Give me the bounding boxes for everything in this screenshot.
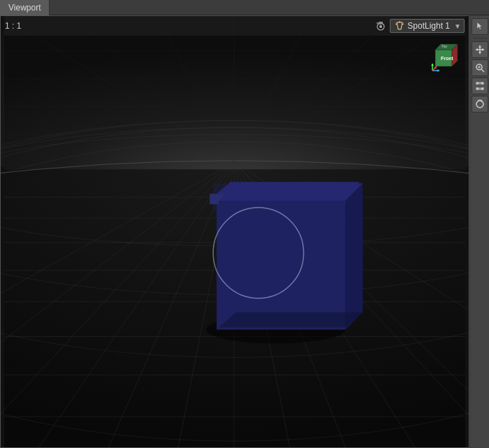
viewport-ratio: 1 : 1 xyxy=(5,21,21,31)
svg-marker-48 xyxy=(219,183,363,201)
svg-marker-45 xyxy=(345,182,359,329)
viewport[interactable]: 1 : 1 S xyxy=(0,15,469,448)
svg-marker-57 xyxy=(397,22,402,29)
svg-point-26 xyxy=(1,121,469,442)
camera-label: SpotLight 1 xyxy=(407,21,450,31)
svg-rect-55 xyxy=(379,22,383,24)
orient-cube-svg: Front Top xyxy=(427,37,466,76)
orientation-cube[interactable]: Front Top xyxy=(427,37,466,76)
svg-rect-93 xyxy=(481,89,483,90)
svg-rect-87 xyxy=(476,82,479,84)
zoom-tool-button[interactable] xyxy=(472,59,488,76)
svg-line-15 xyxy=(234,162,290,447)
svg-marker-76 xyxy=(476,48,478,51)
svg-line-12 xyxy=(109,162,234,447)
svg-line-79 xyxy=(481,69,484,72)
svg-marker-75 xyxy=(479,52,481,54)
svg-point-27 xyxy=(1,127,469,447)
svg-point-54 xyxy=(379,25,382,28)
frame-icon xyxy=(475,81,485,91)
orbit-tool-button[interactable] xyxy=(472,96,488,113)
zoom-icon xyxy=(475,63,485,73)
viewport-tab[interactable]: Viewport xyxy=(0,0,50,15)
svg-point-28 xyxy=(1,141,469,447)
svg-line-20 xyxy=(234,162,469,447)
svg-marker-50 xyxy=(219,312,363,328)
viewport-topbar: 1 : 1 S xyxy=(1,16,469,36)
camera-selector-area: SpotLight 1 ▼ xyxy=(374,19,465,33)
svg-marker-74 xyxy=(479,45,481,48)
viewport-wrapper: 1 : 1 S xyxy=(0,15,489,448)
svg-line-19 xyxy=(1,162,234,447)
svg-point-40 xyxy=(206,316,345,344)
dropdown-arrow-icon: ▼ xyxy=(454,22,461,30)
svg-line-59 xyxy=(395,24,397,24)
tab-bar: Viewport xyxy=(0,0,489,15)
svg-text:Front: Front xyxy=(441,56,454,61)
cursor-tool-button[interactable] xyxy=(472,18,488,35)
svg-rect-1 xyxy=(4,169,465,447)
orbit-icon xyxy=(475,99,485,109)
svg-marker-44 xyxy=(217,194,345,204)
svg-marker-77 xyxy=(482,48,484,51)
svg-line-22 xyxy=(234,162,469,447)
svg-rect-43 xyxy=(217,204,345,329)
svg-marker-69 xyxy=(437,69,439,72)
move-tool-button[interactable] xyxy=(472,41,488,58)
svg-line-21 xyxy=(1,162,234,447)
svg-text:Top: Top xyxy=(441,44,447,48)
svg-marker-70 xyxy=(431,64,434,66)
toolbar-divider-1 xyxy=(473,38,487,38)
camera-dropdown[interactable]: SpotLight 1 ▼ xyxy=(390,19,465,33)
svg-line-10 xyxy=(1,162,234,447)
svg-marker-41 xyxy=(213,183,345,211)
move-icon xyxy=(475,45,485,55)
svg-marker-42 xyxy=(210,194,349,204)
svg-line-17 xyxy=(234,162,415,447)
svg-marker-49 xyxy=(345,183,363,327)
svg-line-60 xyxy=(402,24,404,24)
svg-line-18 xyxy=(234,162,469,447)
svg-rect-47 xyxy=(219,201,345,327)
svg-rect-89 xyxy=(481,82,483,84)
svg-line-11 xyxy=(39,162,234,447)
cursor-icon xyxy=(475,22,485,31)
svg-rect-91 xyxy=(476,89,479,90)
svg-line-16 xyxy=(234,162,345,447)
svg-line-13 xyxy=(178,162,234,447)
right-toolbar xyxy=(469,15,489,448)
sky-background xyxy=(1,16,469,167)
svg-rect-56 xyxy=(377,22,379,24)
spotlight-icon xyxy=(395,21,404,31)
fit-tool-button[interactable] xyxy=(472,78,488,94)
svg-marker-46 xyxy=(217,182,359,194)
camera-icon xyxy=(374,21,387,31)
svg-point-51 xyxy=(213,208,304,298)
